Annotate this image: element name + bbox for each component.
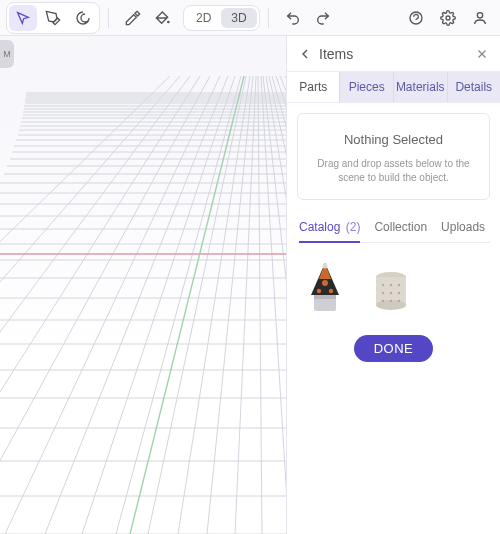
tab-materials[interactable]: Materials bbox=[394, 72, 448, 102]
svg-point-0 bbox=[167, 20, 170, 23]
sub-tab-catalog[interactable]: Catalog (2) bbox=[299, 214, 360, 242]
redo-icon bbox=[315, 10, 331, 26]
close-icon bbox=[475, 47, 489, 61]
sub-tab-uploads[interactable]: Uploads bbox=[441, 214, 485, 242]
svg-line-50 bbox=[116, 76, 241, 534]
asset-list bbox=[297, 257, 490, 317]
svg-line-44 bbox=[0, 76, 190, 534]
sub-tab-catalog-count: (2) bbox=[346, 220, 361, 234]
items-panel-header: Items bbox=[287, 36, 500, 72]
svg-point-87 bbox=[390, 292, 392, 294]
asset-item-cone[interactable] bbox=[297, 261, 353, 317]
view-toggle: 2D 3D bbox=[183, 5, 260, 31]
svg-line-55 bbox=[258, 76, 262, 534]
top-toolbar: 2D 3D bbox=[0, 0, 500, 36]
svg-line-56 bbox=[261, 76, 289, 534]
svg-point-84 bbox=[390, 284, 392, 286]
svg-point-76 bbox=[317, 289, 321, 293]
gear-icon bbox=[440, 10, 456, 26]
pen-tool[interactable] bbox=[39, 5, 67, 31]
cone-asset-icon bbox=[301, 261, 349, 317]
spiral-tool[interactable] bbox=[69, 5, 97, 31]
svg-point-83 bbox=[382, 284, 384, 286]
svg-line-47 bbox=[5, 76, 220, 534]
svg-line-54 bbox=[235, 76, 256, 534]
help-button[interactable] bbox=[402, 5, 430, 31]
toolbar-divider bbox=[108, 8, 109, 28]
svg-rect-79 bbox=[314, 295, 336, 299]
cursor-tool[interactable] bbox=[9, 5, 37, 31]
tab-details[interactable]: Details bbox=[448, 72, 500, 102]
sub-tab-catalog-label: Catalog bbox=[299, 220, 340, 234]
svg-line-51 bbox=[148, 76, 246, 534]
chevron-left-icon bbox=[297, 46, 313, 62]
bucket-icon bbox=[155, 10, 171, 26]
panel-tabs: Parts Pieces Materials Details bbox=[287, 72, 500, 103]
done-row: DONE bbox=[297, 335, 490, 362]
panel-title: Items bbox=[319, 46, 472, 62]
help-icon bbox=[408, 10, 424, 26]
sub-tab-collection[interactable]: Collection bbox=[374, 214, 427, 242]
svg-point-77 bbox=[329, 289, 333, 293]
svg-line-43 bbox=[0, 76, 180, 534]
svg-point-2 bbox=[446, 16, 450, 20]
spiral-icon bbox=[75, 10, 91, 26]
panel-close-button[interactable] bbox=[472, 44, 492, 64]
svg-line-69 bbox=[130, 76, 244, 534]
view-2d-button[interactable]: 2D bbox=[186, 8, 221, 28]
eyedropper-icon bbox=[125, 10, 141, 26]
asset-source-tabs: Catalog (2) Collection Uploads bbox=[297, 214, 490, 243]
tool-group-history bbox=[277, 3, 339, 33]
pen-icon bbox=[45, 10, 61, 26]
toolbar-divider bbox=[268, 8, 269, 28]
user-icon bbox=[472, 10, 488, 26]
tool-group-select bbox=[6, 2, 100, 34]
svg-point-75 bbox=[322, 280, 328, 286]
svg-point-74 bbox=[323, 264, 328, 269]
tab-pieces[interactable]: Pieces bbox=[340, 72, 393, 102]
panel-body: Nothing Selected Drag and drop assets be… bbox=[287, 103, 500, 534]
tab-parts[interactable]: Parts bbox=[287, 72, 340, 102]
undo-button[interactable] bbox=[279, 5, 307, 31]
undo-icon bbox=[285, 10, 301, 26]
done-button[interactable]: DONE bbox=[354, 335, 434, 362]
svg-point-91 bbox=[398, 300, 400, 302]
view-3d-button[interactable]: 3D bbox=[221, 8, 256, 28]
cursor-icon bbox=[15, 10, 31, 26]
svg-point-88 bbox=[398, 292, 400, 294]
svg-point-3 bbox=[477, 12, 482, 17]
nothing-selected-sub: Drag and drop assets below to the scene … bbox=[308, 157, 479, 185]
svg-point-85 bbox=[398, 284, 400, 286]
tool-group-paint bbox=[117, 3, 179, 33]
nothing-selected-heading: Nothing Selected bbox=[308, 132, 479, 147]
asset-item-cylinder[interactable] bbox=[363, 261, 419, 317]
bucket-tool[interactable] bbox=[149, 5, 177, 31]
left-panel-handle[interactable]: M bbox=[0, 40, 14, 68]
svg-point-86 bbox=[382, 292, 384, 294]
items-panel: Items Parts Pieces Materials Details Not… bbox=[286, 36, 500, 534]
svg-point-89 bbox=[382, 300, 384, 302]
settings-button[interactable] bbox=[434, 5, 462, 31]
svg-point-90 bbox=[390, 300, 392, 302]
eyedropper-tool[interactable] bbox=[119, 5, 147, 31]
panel-back-button[interactable] bbox=[295, 44, 315, 64]
redo-button[interactable] bbox=[309, 5, 337, 31]
svg-line-49 bbox=[82, 76, 235, 534]
nothing-selected-card: Nothing Selected Drag and drop assets be… bbox=[297, 113, 490, 200]
cylinder-asset-icon bbox=[367, 261, 415, 317]
svg-line-48 bbox=[45, 76, 228, 534]
account-button[interactable] bbox=[466, 5, 494, 31]
